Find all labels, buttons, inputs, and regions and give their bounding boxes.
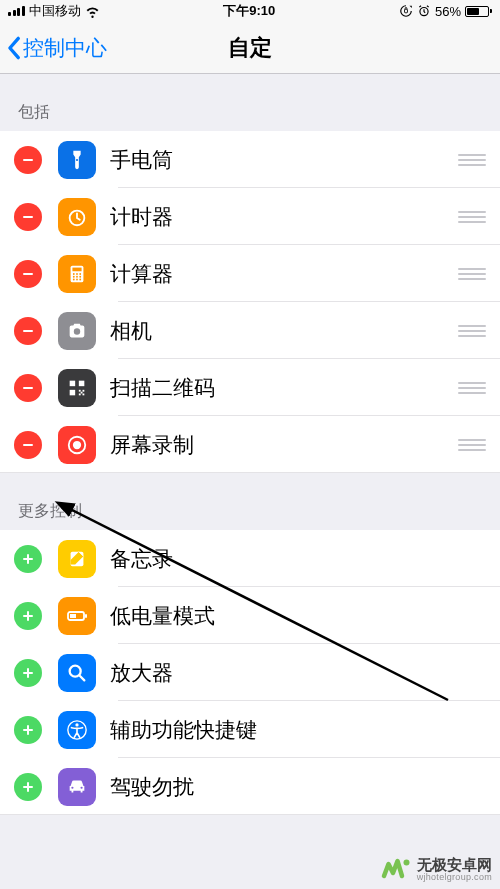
- add-button[interactable]: [14, 602, 42, 630]
- svg-point-10: [76, 273, 78, 275]
- svg-rect-44: [23, 729, 33, 731]
- svg-point-12: [73, 275, 75, 277]
- battery-icon: [465, 6, 492, 17]
- chevron-left-icon: [6, 36, 21, 60]
- wifi-icon: [85, 4, 100, 19]
- svg-rect-33: [23, 558, 33, 560]
- control-label: 辅助功能快捷键: [110, 716, 500, 744]
- control-label: 手电筒: [110, 146, 458, 174]
- more-list: 备忘录低电量模式放大器辅助功能快捷键驾驶勿扰: [0, 530, 500, 815]
- drag-handle[interactable]: [458, 426, 486, 464]
- nav-bar: 控制中心 自定: [0, 22, 500, 74]
- control-row: 低电量模式: [0, 587, 500, 644]
- signal-icon: [8, 6, 25, 16]
- drag-handle[interactable]: [458, 312, 486, 350]
- svg-point-31: [73, 440, 81, 448]
- record-icon: [58, 426, 96, 464]
- add-button[interactable]: [14, 716, 42, 744]
- timer-icon: [58, 198, 96, 236]
- watermark-cn: 无极安卓网: [417, 857, 492, 874]
- control-row: 屏幕录制: [0, 416, 500, 473]
- control-label: 备忘录: [110, 545, 500, 573]
- calculator-icon: [58, 255, 96, 293]
- control-row: 计算器: [0, 245, 500, 302]
- back-label: 控制中心: [23, 34, 107, 62]
- svg-rect-8: [72, 267, 81, 271]
- svg-point-9: [73, 273, 75, 275]
- svg-point-15: [73, 278, 75, 280]
- svg-rect-2: [23, 159, 33, 161]
- watermark-en: wjhotelgroup.com: [417, 873, 492, 883]
- remove-button[interactable]: [14, 374, 42, 402]
- svg-rect-20: [23, 387, 33, 389]
- svg-point-50: [403, 860, 409, 866]
- control-row: 备忘录: [0, 530, 500, 587]
- carrier-label: 中国移动: [29, 2, 81, 20]
- control-label: 扫描二维码: [110, 374, 458, 402]
- svg-point-19: [74, 328, 80, 334]
- svg-rect-28: [81, 391, 83, 393]
- svg-rect-23: [70, 389, 76, 395]
- svg-rect-4: [23, 216, 33, 218]
- section-header-included: 包括: [0, 74, 500, 131]
- remove-button[interactable]: [14, 203, 42, 231]
- status-time: 下午9:10: [223, 2, 275, 20]
- remove-button[interactable]: [14, 317, 42, 345]
- watermark: 无极安卓网 wjhotelgroup.com: [381, 855, 492, 885]
- control-row: 辅助功能快捷键: [0, 701, 500, 758]
- svg-point-16: [76, 278, 78, 280]
- svg-rect-22: [79, 380, 85, 386]
- lowpower-icon: [58, 597, 96, 635]
- drag-handle[interactable]: [458, 198, 486, 236]
- svg-rect-18: [23, 330, 33, 332]
- svg-rect-26: [79, 393, 81, 395]
- svg-rect-0: [405, 9, 408, 13]
- car-icon: [58, 768, 96, 806]
- svg-point-46: [75, 723, 78, 726]
- control-row: 手电筒: [0, 131, 500, 188]
- status-bar: 中国移动 下午9:10 56%: [0, 0, 500, 22]
- remove-button[interactable]: [14, 146, 42, 174]
- control-label: 相机: [110, 317, 458, 345]
- control-row: 相机: [0, 302, 500, 359]
- svg-rect-41: [23, 672, 33, 674]
- control-label: 低电量模式: [110, 602, 500, 630]
- svg-rect-48: [23, 786, 33, 788]
- qr-icon: [58, 369, 96, 407]
- svg-point-11: [79, 273, 81, 275]
- magnifier-icon: [58, 654, 96, 692]
- remove-button[interactable]: [14, 260, 42, 288]
- control-row: 扫描二维码: [0, 359, 500, 416]
- camera-icon: [58, 312, 96, 350]
- add-button[interactable]: [14, 773, 42, 801]
- control-label: 计算器: [110, 260, 458, 288]
- svg-rect-21: [70, 380, 76, 386]
- control-label: 计时器: [110, 203, 458, 231]
- control-row: 计时器: [0, 188, 500, 245]
- svg-rect-25: [83, 389, 85, 391]
- svg-rect-6: [23, 273, 33, 275]
- lock-rotation-icon: [399, 4, 413, 18]
- alarm-icon: [417, 4, 431, 18]
- control-row: 放大器: [0, 644, 500, 701]
- flashlight-icon: [58, 141, 96, 179]
- svg-point-13: [76, 275, 78, 277]
- control-label: 放大器: [110, 659, 500, 687]
- add-button[interactable]: [14, 545, 42, 573]
- add-button[interactable]: [14, 659, 42, 687]
- notes-icon: [58, 540, 96, 578]
- drag-handle[interactable]: [458, 141, 486, 179]
- svg-point-3: [76, 158, 78, 160]
- control-label: 驾驶勿扰: [110, 773, 500, 801]
- svg-rect-39: [85, 614, 87, 618]
- drag-handle[interactable]: [458, 369, 486, 407]
- back-button[interactable]: 控制中心: [0, 34, 107, 62]
- watermark-logo-icon: [381, 855, 411, 885]
- svg-rect-24: [79, 389, 81, 391]
- control-label: 屏幕录制: [110, 431, 458, 459]
- remove-button[interactable]: [14, 431, 42, 459]
- svg-rect-29: [23, 444, 33, 446]
- accessibility-icon: [58, 711, 96, 749]
- svg-rect-36: [23, 615, 33, 617]
- drag-handle[interactable]: [458, 255, 486, 293]
